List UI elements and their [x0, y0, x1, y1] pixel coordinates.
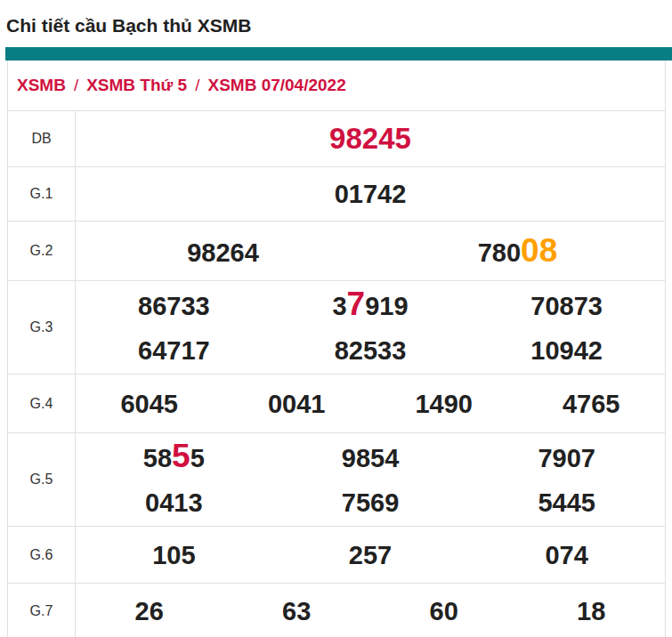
number-text: 10942 — [530, 336, 603, 365]
number-text: 257 — [349, 541, 392, 569]
prize-label: G.1 — [8, 167, 76, 221]
number-text: 3 — [332, 292, 346, 320]
prize-number: 98245 — [76, 116, 665, 167]
prize-line: 01742 — [76, 171, 665, 217]
prize-values: 585598547907041375695445 — [76, 433, 665, 526]
prize-number: 78008 — [370, 228, 665, 280]
breadcrumb-link-0[interactable]: XSMB — [17, 76, 66, 95]
prize-line: 041375695445 — [76, 480, 665, 526]
prize-line: 26636018 — [76, 588, 665, 634]
prize-line: 6045004114904765 — [76, 381, 665, 427]
breadcrumb-link-2[interactable]: XSMB 07/04/2022 — [207, 76, 345, 95]
prize-line: 867333791970873 — [76, 281, 665, 327]
prize-values: 01742 — [76, 167, 665, 221]
table-row-g6: G.6105257074 — [8, 527, 665, 584]
prize-number: 86733 — [76, 283, 272, 334]
number-text: 0413 — [145, 488, 203, 517]
results-table: DB98245G.101742G.29826478008G.3867333791… — [8, 111, 665, 637]
teal-divider-bar — [5, 47, 672, 60]
prize-number: 9854 — [272, 435, 469, 486]
prize-values: 26636018 — [76, 584, 665, 637]
prize-number: 5445 — [468, 480, 665, 530]
page-title: Chi tiết cầu Bạch thủ XSMB — [6, 12, 672, 39]
table-row-g7: G.726636018 — [8, 584, 665, 637]
prize-number: 64717 — [76, 327, 272, 378]
number-text: 919 — [365, 292, 408, 320]
prize-label: G.3 — [8, 281, 76, 374]
prize-number: 63 — [223, 588, 371, 637]
prize-values: 105257074 — [76, 527, 665, 583]
prize-line: 105257074 — [76, 532, 665, 578]
prize-number: 0413 — [76, 480, 272, 530]
number-text: 64717 — [138, 336, 210, 365]
prize-label: G.6 — [8, 527, 76, 583]
number-text: 105 — [152, 541, 195, 569]
highlighted-digit-red: 5 — [172, 438, 190, 474]
prize-label: DB — [8, 111, 76, 166]
prize-number: 0041 — [223, 381, 371, 431]
prize-number: 1490 — [370, 381, 518, 431]
special-prize-number: 98245 — [329, 122, 411, 155]
prize-number: 074 — [468, 532, 665, 583]
prize-number: 26 — [76, 588, 223, 637]
number-text: 01742 — [335, 180, 407, 208]
prize-label: G.4 — [8, 375, 76, 432]
prize-number: 4765 — [518, 381, 666, 431]
prize-number: 70873 — [468, 283, 665, 334]
breadcrumb: XSMB/XSMB Thứ 5/XSMB 07/04/2022 — [8, 60, 665, 111]
prize-label: G.2 — [8, 222, 76, 280]
number-text: 18 — [577, 597, 605, 625]
table-row-g1: G.101742 — [8, 167, 665, 222]
prize-number: 6045 — [76, 381, 223, 431]
number-text: 5 — [190, 444, 205, 472]
number-text: 6045 — [120, 390, 178, 418]
prize-line: 647178253310942 — [76, 327, 665, 374]
number-text: 4765 — [563, 390, 620, 418]
prize-number: 37919 — [272, 281, 469, 334]
prize-number: 7569 — [272, 480, 469, 530]
prize-number: 60 — [370, 588, 518, 637]
breadcrumb-separator: / — [195, 76, 199, 95]
prize-number: 257 — [272, 532, 469, 583]
number-text: 7569 — [342, 488, 400, 517]
number-text: 074 — [545, 541, 587, 569]
number-text: 63 — [282, 597, 311, 625]
prize-number: 10942 — [468, 327, 665, 378]
prize-label: G.5 — [8, 433, 76, 526]
highlighted-digit-orange: 08 — [521, 232, 557, 269]
prize-label: G.7 — [8, 584, 76, 637]
number-text: 1490 — [415, 390, 473, 418]
prize-values: 9826478008 — [76, 222, 665, 280]
table-row-g2: G.29826478008 — [8, 222, 665, 281]
table-row-db: DB98245 — [8, 111, 665, 167]
prize-line: 9826478008 — [76, 228, 665, 274]
prize-number: 5855 — [76, 433, 272, 486]
prize-number: 18 — [518, 588, 666, 637]
prize-values: 867333791970873647178253310942 — [76, 281, 665, 374]
number-text: 98264 — [187, 238, 259, 267]
number-text: 58 — [143, 444, 172, 472]
number-text: 780 — [478, 238, 521, 267]
prize-number: 105 — [76, 532, 272, 583]
table-row-g3: G.3867333791970873647178253310942 — [8, 281, 665, 375]
breadcrumb-link-1[interactable]: XSMB Thứ 5 — [86, 76, 187, 95]
number-text: 82533 — [335, 336, 407, 365]
number-text: 5445 — [538, 488, 595, 517]
prize-number: 01742 — [76, 171, 665, 222]
number-text: 60 — [430, 597, 458, 625]
prize-number: 82533 — [272, 327, 469, 378]
results-panel: XSMB/XSMB Thứ 5/XSMB 07/04/2022 DB98245G… — [7, 60, 666, 637]
number-text: 86733 — [138, 292, 210, 320]
prize-values: 6045004114904765 — [76, 375, 665, 432]
number-text: 26 — [135, 597, 164, 625]
prize-line: 585598547907 — [76, 433, 665, 480]
prize-values: 98245 — [76, 111, 665, 166]
number-text: 7907 — [538, 444, 595, 472]
number-text: 0041 — [268, 390, 326, 418]
highlighted-digit-red: 7 — [347, 286, 366, 322]
table-row-g4: G.46045004114904765 — [8, 375, 665, 433]
number-text: 9854 — [342, 444, 400, 472]
table-row-g5: G.5585598547907041375695445 — [8, 433, 665, 527]
prize-number: 98264 — [76, 230, 370, 280]
prize-number: 7907 — [468, 435, 665, 486]
